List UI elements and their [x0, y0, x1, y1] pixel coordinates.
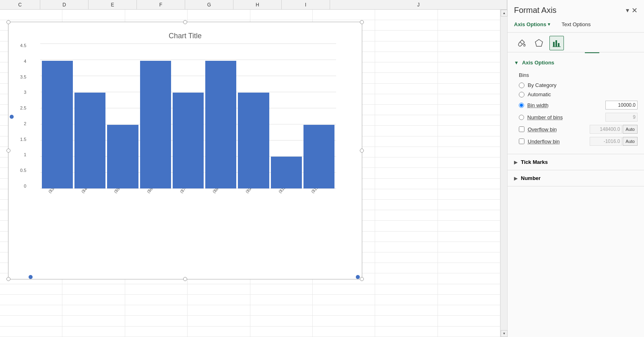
bar-chart-button[interactable] — [549, 36, 564, 50]
overflow-label[interactable]: Overflow bin — [528, 126, 557, 132]
underflow-input[interactable] — [590, 137, 622, 146]
tab-axis-options[interactable]: Axis Options ▾ — [514, 20, 553, 29]
pentagon-icon — [535, 39, 543, 48]
bar-1 — [74, 93, 105, 188]
number-of-bins-label[interactable]: Number of bins — [527, 114, 563, 120]
chart-handle-tm[interactable] — [183, 20, 187, 24]
col-header-h[interactable]: H — [233, 0, 282, 9]
underflow-checkbox[interactable] — [519, 139, 524, 144]
grid-area: Chart Title 4.5 4 3.5 3 2.5 2 1.5 1 — [0, 10, 500, 337]
x-label-7: ($104,000, ... — [271, 188, 303, 253]
tick-marks-header[interactable]: ▶ Tick Marks — [508, 154, 644, 170]
chart-handle-ml[interactable] — [6, 149, 10, 153]
scrollbar[interactable]: ▲ ▼ — [500, 10, 507, 337]
col-header-j[interactable]: J — [330, 0, 507, 9]
overflow-auto-button[interactable]: Auto — [623, 125, 638, 134]
underflow-label[interactable]: Underflow bin — [528, 139, 560, 145]
bar-7 — [271, 157, 302, 188]
chart-handle-bl[interactable] — [6, 277, 10, 281]
bars-group — [40, 43, 336, 188]
number-of-bins-input[interactable] — [605, 113, 638, 122]
number-chevron: ▶ — [514, 176, 518, 181]
panel-header: Format Axis ▾ ✕ — [508, 0, 644, 18]
automatic-label[interactable]: Automatic — [528, 91, 551, 97]
y-axis: 4.5 4 3.5 3 2.5 2 1.5 1 0.5 0 — [20, 43, 26, 188]
tick-marks-section: ▶ Tick Marks — [508, 154, 644, 170]
chart-anchor-bottom-right[interactable] — [356, 275, 360, 279]
bins-label: Bins — [519, 72, 638, 78]
number-of-bins-radio[interactable] — [519, 115, 524, 120]
chart-anchor-left[interactable] — [10, 115, 14, 119]
underflow-bin-row: Underflow bin Auto — [519, 137, 638, 146]
grid-col — [375, 10, 438, 337]
y-label-1-5: 1.5 — [20, 137, 26, 142]
underflow-auto-button[interactable]: Auto — [623, 137, 638, 146]
axis-options-section: ▼ Axis Options Bins By Category Automati… — [508, 55, 644, 154]
panel-close-button[interactable]: ✕ — [632, 7, 638, 14]
number-section: ▶ Number — [508, 170, 644, 186]
chart-plot-area: 4.5 4 3.5 3 2.5 2 1.5 1 0.5 0 — [40, 43, 336, 188]
svg-point-0 — [524, 45, 525, 46]
panel-title: Format Axis — [514, 6, 557, 15]
paint-bucket-button[interactable] — [514, 36, 528, 50]
chart-container[interactable]: Chart Title 4.5 4 3.5 3 2.5 2 1.5 1 — [8, 22, 362, 279]
x-label-0: ($34,000, ... — [41, 188, 72, 253]
col-header-g[interactable]: G — [185, 0, 233, 9]
overflow-checkbox[interactable] — [519, 126, 524, 132]
y-label-1: 1 — [24, 153, 26, 157]
y-label-3: 3 — [24, 90, 26, 95]
panel-dropdown-button[interactable]: ▾ — [626, 6, 629, 14]
bin-width-radio-group: Bin width — [519, 102, 549, 108]
tick-marks-chevron: ▶ — [514, 159, 518, 165]
col-header-e[interactable]: E — [89, 0, 137, 9]
bar-2 — [107, 125, 138, 188]
by-category-label[interactable]: By Category — [528, 82, 557, 88]
chart-anchor-bottom-left[interactable] — [29, 275, 33, 279]
bin-width-label[interactable]: Bin width — [527, 102, 549, 108]
number-header[interactable]: ▶ Number — [508, 170, 644, 186]
x-label-4: ($74,000, ... — [173, 188, 204, 253]
col-header-c[interactable]: C — [0, 0, 40, 9]
chart-handle-bm[interactable] — [183, 277, 187, 281]
chart-handle-mr[interactable] — [360, 149, 364, 153]
chart-handle-br[interactable] — [360, 277, 364, 281]
axis-options-header[interactable]: ▼ Axis Options — [508, 55, 644, 70]
y-label-2-5: 2.5 — [20, 106, 26, 110]
scrollbar-up-btn[interactable]: ▲ — [501, 10, 508, 17]
spreadsheet-body: Chart Title 4.5 4 3.5 3 2.5 2 1.5 1 — [0, 10, 507, 337]
x-label-2: ($54,000, ... — [107, 188, 138, 253]
effects-button[interactable] — [532, 36, 546, 50]
underflow-checkbox-group: Underflow bin — [519, 139, 560, 145]
x-label-1: ($44,000, ... — [74, 188, 105, 253]
tab-axis-label: Axis Options — [514, 21, 546, 27]
col-header-f[interactable]: F — [137, 0, 185, 9]
automatic-row: Automatic — [519, 91, 638, 97]
by-category-radio[interactable] — [519, 83, 524, 88]
svg-rect-3 — [555, 40, 557, 47]
col-header-i[interactable]: I — [282, 0, 330, 9]
bin-width-input[interactable] — [605, 101, 638, 110]
icon-row — [508, 33, 644, 52]
overflow-checkbox-group: Overflow bin — [519, 126, 557, 132]
svg-rect-4 — [558, 43, 559, 47]
chart-inner: Chart Title 4.5 4 3.5 3 2.5 2 1.5 1 — [14, 28, 356, 273]
x-axis-labels: ($34,000, ... ($44,000, ... ($54,000, ..… — [40, 188, 336, 253]
chart-handle-tl[interactable] — [6, 20, 10, 24]
automatic-radio[interactable] — [519, 92, 524, 97]
chart-title: Chart Title — [14, 28, 356, 40]
x-label-3: ($64,000, ... — [140, 188, 171, 253]
x-label-5: ($84,000, ... — [205, 188, 237, 253]
scrollbar-down-btn[interactable]: ▼ — [501, 330, 508, 337]
tab-axis-chevron: ▾ — [548, 22, 550, 27]
y-label-0: 0 — [24, 184, 26, 188]
bar-6 — [238, 93, 269, 188]
overflow-input[interactable] — [590, 125, 622, 134]
number-of-bins-radio-group: Number of bins — [519, 114, 563, 120]
active-tab-indicator — [585, 52, 599, 53]
col-header-d[interactable]: D — [40, 0, 89, 9]
chart-handle-tr[interactable] — [360, 20, 364, 24]
bin-width-radio[interactable] — [519, 103, 524, 108]
tab-text-options[interactable]: Text Options — [558, 20, 594, 29]
y-label-3-5: 3.5 — [20, 75, 26, 79]
bar-3 — [140, 61, 171, 188]
